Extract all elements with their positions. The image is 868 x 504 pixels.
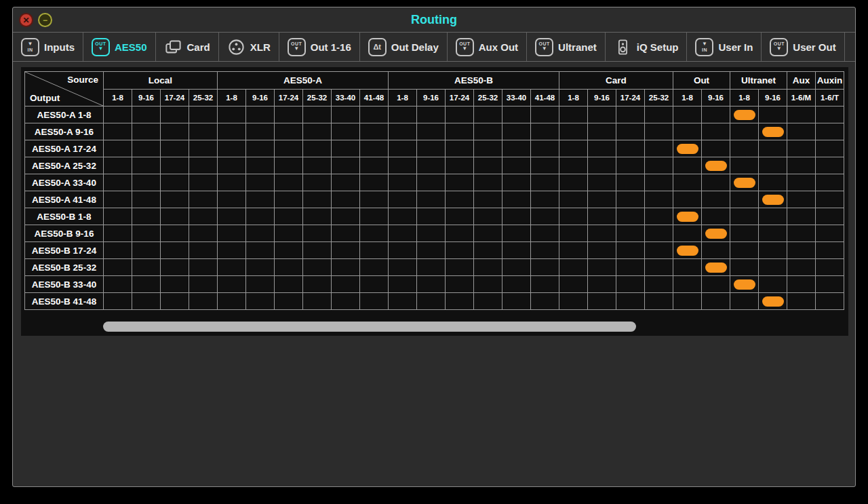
- matrix-cell[interactable]: [332, 276, 360, 293]
- matrix-cell[interactable]: [730, 174, 759, 191]
- tab-out-1-16[interactable]: OUT ▼ Out 1-16: [279, 33, 360, 61]
- matrix-cell[interactable]: [816, 225, 844, 242]
- tab-user-in[interactable]: ▼ IN User In: [687, 33, 762, 61]
- matrix-cell[interactable]: [332, 174, 360, 191]
- matrix-cell[interactable]: [702, 157, 730, 174]
- matrix-cell[interactable]: [132, 191, 161, 208]
- matrix-cell[interactable]: [730, 106, 759, 123]
- matrix-cell[interactable]: [446, 123, 474, 140]
- matrix-cell[interactable]: [474, 191, 502, 208]
- matrix-cell[interactable]: [417, 157, 446, 174]
- matrix-cell[interactable]: [559, 106, 588, 123]
- matrix-cell[interactable]: [446, 242, 474, 259]
- matrix-cell[interactable]: [559, 157, 588, 174]
- matrix-cell[interactable]: [474, 259, 502, 276]
- matrix-cell[interactable]: [161, 225, 189, 242]
- matrix-cell[interactable]: [446, 293, 474, 310]
- matrix-cell[interactable]: [588, 174, 616, 191]
- matrix-cell[interactable]: [702, 225, 730, 242]
- tab-card[interactable]: Card: [156, 33, 219, 61]
- matrix-cell[interactable]: [161, 276, 189, 293]
- matrix-cell[interactable]: [616, 208, 645, 225]
- matrix-cell[interactable]: [645, 276, 673, 293]
- matrix-cell[interactable]: [559, 225, 588, 242]
- matrix-cell[interactable]: [161, 174, 189, 191]
- matrix-cell[interactable]: [360, 123, 389, 140]
- matrix-cell[interactable]: [132, 174, 161, 191]
- matrix-cell[interactable]: [502, 140, 531, 157]
- matrix-cell[interactable]: [816, 174, 844, 191]
- matrix-cell[interactable]: [673, 225, 702, 242]
- matrix-cell[interactable]: [531, 276, 559, 293]
- matrix-cell[interactable]: [104, 225, 132, 242]
- matrix-cell[interactable]: [702, 140, 730, 157]
- matrix-cell[interactable]: [559, 140, 588, 157]
- matrix-cell[interactable]: [559, 123, 588, 140]
- matrix-cell[interactable]: [218, 123, 246, 140]
- matrix-cell[interactable]: [588, 123, 616, 140]
- matrix-cell[interactable]: [360, 191, 389, 208]
- matrix-cell[interactable]: [673, 259, 702, 276]
- matrix-cell[interactable]: [645, 225, 673, 242]
- matrix-cell[interactable]: [787, 174, 816, 191]
- matrix-cell[interactable]: [246, 259, 275, 276]
- matrix-cell[interactable]: [246, 157, 275, 174]
- matrix-cell[interactable]: [360, 106, 389, 123]
- matrix-cell[interactable]: [645, 123, 673, 140]
- matrix-cell[interactable]: [730, 276, 759, 293]
- matrix-cell[interactable]: [531, 242, 559, 259]
- matrix-cell[interactable]: [275, 191, 303, 208]
- matrix-cell[interactable]: [730, 140, 759, 157]
- matrix-cell[interactable]: [816, 293, 844, 310]
- matrix-cell[interactable]: [275, 140, 303, 157]
- matrix-cell[interactable]: [474, 242, 502, 259]
- matrix-cell[interactable]: [218, 106, 246, 123]
- matrix-cell[interactable]: [616, 157, 645, 174]
- matrix-cell[interactable]: [417, 293, 446, 310]
- matrix-cell[interactable]: [502, 157, 531, 174]
- matrix-cell[interactable]: [446, 174, 474, 191]
- matrix-cell[interactable]: [588, 157, 616, 174]
- matrix-cell[interactable]: [446, 191, 474, 208]
- matrix-cell[interactable]: [161, 106, 189, 123]
- matrix-cell[interactable]: [645, 174, 673, 191]
- matrix-cell[interactable]: [616, 123, 645, 140]
- matrix-cell[interactable]: [502, 225, 531, 242]
- matrix-cell[interactable]: [332, 242, 360, 259]
- matrix-cell[interactable]: [218, 259, 246, 276]
- matrix-cell[interactable]: [132, 242, 161, 259]
- matrix-cell[interactable]: [816, 208, 844, 225]
- matrix-cell[interactable]: [502, 293, 531, 310]
- matrix-cell[interactable]: [161, 140, 189, 157]
- matrix-cell[interactable]: [673, 174, 702, 191]
- matrix-cell[interactable]: [730, 225, 759, 242]
- tab-user-out[interactable]: OUT ▼ User Out: [762, 33, 844, 61]
- routing-assignment-pill[interactable]: [762, 296, 784, 307]
- matrix-cell[interactable]: [161, 242, 189, 259]
- matrix-cell[interactable]: [303, 293, 332, 310]
- matrix-cell[interactable]: [303, 191, 332, 208]
- matrix-cell[interactable]: [332, 293, 360, 310]
- matrix-cell[interactable]: [616, 276, 645, 293]
- matrix-cell[interactable]: [104, 293, 132, 310]
- matrix-cell[interactable]: [189, 191, 218, 208]
- matrix-cell[interactable]: [531, 157, 559, 174]
- matrix-cell[interactable]: [417, 208, 446, 225]
- matrix-cell[interactable]: [559, 174, 588, 191]
- matrix-cell[interactable]: [417, 174, 446, 191]
- matrix-cell[interactable]: [218, 174, 246, 191]
- matrix-cell[interactable]: [275, 174, 303, 191]
- matrix-cell[interactable]: [132, 293, 161, 310]
- matrix-cell[interactable]: [446, 157, 474, 174]
- matrix-cell[interactable]: [759, 191, 787, 208]
- matrix-cell[interactable]: [246, 208, 275, 225]
- matrix-cell[interactable]: [360, 174, 389, 191]
- matrix-cell[interactable]: [104, 276, 132, 293]
- matrix-cell[interactable]: [360, 208, 389, 225]
- matrix-cell[interactable]: [275, 276, 303, 293]
- matrix-cell[interactable]: [759, 225, 787, 242]
- matrix-cell[interactable]: [759, 208, 787, 225]
- matrix-cell[interactable]: [389, 157, 417, 174]
- matrix-cell[interactable]: [189, 157, 218, 174]
- matrix-cell[interactable]: [417, 123, 446, 140]
